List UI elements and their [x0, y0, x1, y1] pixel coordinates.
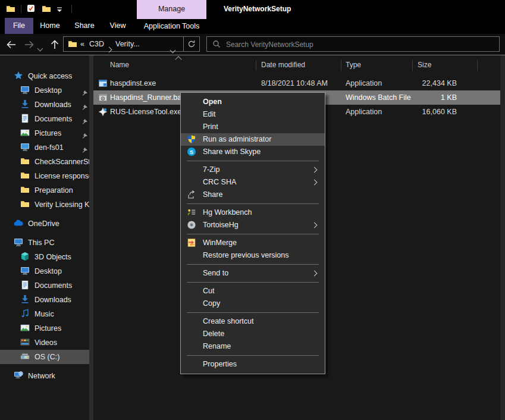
ribbon-tab-file[interactable]: File	[5, 18, 33, 34]
context-menu-item-crc-sha[interactable]: CRC SHA	[181, 176, 325, 189]
breadcrumb-collapsed[interactable]: «	[80, 37, 84, 51]
menu-item-label: Hg Workbench	[203, 208, 252, 217]
search-input[interactable]	[225, 37, 495, 52]
context-menu-item-create-shortcut[interactable]: Create shortcut	[181, 315, 325, 328]
batch-icon	[98, 93, 108, 102]
context-menu-item-rename[interactable]: Rename	[181, 340, 325, 353]
sidebar-item-license-responses[interactable]: License responses	[0, 169, 93, 183]
column-divider[interactable]	[341, 60, 341, 71]
sidebar-item-preparation[interactable]: Preparation	[0, 183, 93, 198]
menu-item-label: WinMerge	[203, 239, 237, 247]
sidebar-item-desktop[interactable]: Desktop	[0, 83, 93, 98]
quick-access-toolbar	[6, 4, 72, 14]
qat-dropdown-icon[interactable]	[57, 4, 66, 14]
sidebar-item-os-c[interactable]: OS (C:)	[0, 350, 93, 364]
column-divider[interactable]	[412, 60, 413, 71]
sidebar-item-pictures[interactable]: Pictures	[0, 126, 93, 140]
sidebar-item-label: Pictures	[34, 324, 61, 333]
context-menu-item-delete[interactable]: Delete	[181, 328, 325, 340]
sidebar-item-checkscannerstatus[interactable]: CheckScannerStatus	[0, 155, 93, 169]
context-menu-item-open[interactable]: Open	[181, 96, 325, 108]
context-menu-item-7-zip[interactable]: 7-Zip	[181, 164, 325, 176]
ribbon-tab-view[interactable]: View	[105, 18, 131, 34]
column-header-date-modified[interactable]: Date modified	[261, 61, 305, 69]
up-button[interactable]	[49, 39, 60, 50]
titlebar: Manage VerityNetworkSetup	[0, 0, 505, 18]
context-menu-item-run-as-administrator[interactable]: Run as administrator	[181, 133, 325, 146]
context-menu-item-edit[interactable]: Edit	[181, 108, 325, 121]
file-name: RUS-LicenseTool.exe	[110, 105, 181, 119]
context-menu-item-properties[interactable]: Properties	[181, 358, 325, 371]
folder-icon[interactable]	[42, 4, 51, 14]
music-icon	[20, 309, 30, 318]
share-icon	[187, 190, 196, 199]
tortoise-icon	[187, 220, 196, 230]
sidebar-item-label: CheckScannerStatus	[34, 158, 93, 166]
sidebar-item-quick-access[interactable]: Quick access	[0, 69, 93, 83]
sidebar-item-label: Downloads	[34, 296, 71, 304]
sidebar-item-label: Music	[34, 310, 54, 318]
sidebar-item-label: OS (C:)	[34, 353, 59, 361]
back-button[interactable]	[6, 39, 17, 50]
breadcrumb-segment[interactable]: C3D	[89, 37, 104, 51]
sidebar-item-downloads[interactable]: Downloads	[0, 98, 93, 112]
window-title: VerityNetworkSetup	[224, 0, 291, 18]
menu-separator	[187, 161, 319, 161]
context-menu-item-print[interactable]: Print	[181, 121, 325, 133]
sidebar-item-onedrive[interactable]: OneDrive	[0, 217, 93, 231]
ribbon-tab-manage[interactable]: Manage	[137, 0, 206, 18]
forward-button[interactable]	[24, 39, 34, 50]
submenu-arrow-icon	[312, 271, 318, 277]
breadcrumb-segment[interactable]: Verity...	[115, 37, 140, 51]
folder-icon[interactable]	[6, 4, 15, 14]
file-size: 1 KB	[394, 90, 457, 105]
file-name: Haspdinst_Runner.bat	[110, 90, 184, 105]
ribbon-tab-home[interactable]: Home	[36, 18, 64, 34]
menu-item-label: Delete	[203, 330, 224, 338]
sidebar-item-pictures[interactable]: Pictures	[0, 321, 93, 336]
menu-item-label: Print	[203, 123, 218, 131]
file-row-haspdinst-exe[interactable]: haspdinst.exe8/18/2021 10:48 AMApplicati…	[93, 76, 500, 90]
refresh-button[interactable]	[183, 36, 200, 52]
sidebar-item-label: den-fs01	[34, 143, 64, 152]
context-menu-item-winmerge[interactable]: WinMerge	[181, 237, 325, 249]
address-bar[interactable]: « C3D Verity...	[63, 36, 183, 52]
ribbon-tab-application-tools[interactable]: Application Tools	[137, 18, 206, 34]
sidebar-item-videos[interactable]: Videos	[0, 336, 93, 350]
column-header-name[interactable]: Name	[110, 61, 129, 69]
sidebar-item-this-pc[interactable]: This PC	[0, 236, 93, 250]
recent-locations-dropdown-icon[interactable]	[38, 42, 49, 53]
sidebar-item-documents[interactable]: Documents	[0, 278, 93, 293]
context-menu-item-restore-previous-versions[interactable]: Restore previous versions	[181, 249, 325, 262]
sidebar: Quick accessDesktopDownloadsDocumentsPic…	[0, 55, 93, 420]
context-menu-item-share-with-skype[interactable]: SShare with Skype	[181, 146, 325, 158]
ribbon-tab-share[interactable]: Share	[70, 18, 99, 34]
sidebar-item-verity-licesing-kb[interactable]: Verity Licesing KB	[0, 198, 93, 212]
sidebar-item-music[interactable]: Music	[0, 307, 93, 321]
context-menu-item-tortoisehg[interactable]: TortoiseHg	[181, 219, 325, 231]
picture-icon	[20, 323, 30, 333]
sidebar-item-desktop[interactable]: Desktop	[0, 264, 93, 278]
sidebar-item-den-fs01[interactable]: den-fs01	[0, 140, 93, 155]
sidebar-item-3d-objects[interactable]: 3D Objects	[0, 250, 93, 264]
menu-separator	[187, 355, 319, 356]
context-menu-item-hg-workbench[interactable]: Hg Workbench	[181, 206, 325, 219]
drive-icon	[20, 352, 30, 361]
sidebar-item-network[interactable]: Network	[0, 369, 93, 383]
sidebar-scrollbar[interactable]	[89, 55, 93, 420]
context-menu-item-cut[interactable]: Cut	[181, 285, 325, 297]
sidebar-item-documents[interactable]: Documents	[0, 112, 93, 126]
context-menu-item-share[interactable]: Share	[181, 189, 325, 201]
sidebar-item-downloads[interactable]: Downloads	[0, 293, 93, 307]
column-header-type[interactable]: Type	[346, 61, 361, 69]
column-header-size[interactable]: Size	[418, 61, 431, 69]
folder-icon	[20, 185, 30, 195]
star-icon	[14, 71, 23, 80]
column-divider[interactable]	[256, 60, 256, 71]
column-divider[interactable]	[477, 60, 478, 71]
context-menu-item-copy[interactable]: Copy	[181, 297, 325, 310]
checked-box-icon[interactable]	[27, 4, 36, 14]
context-menu-item-send-to[interactable]: Send to	[181, 267, 325, 280]
sort-ascending-icon	[175, 56, 181, 62]
filepane-scrollbar[interactable]	[500, 55, 505, 420]
